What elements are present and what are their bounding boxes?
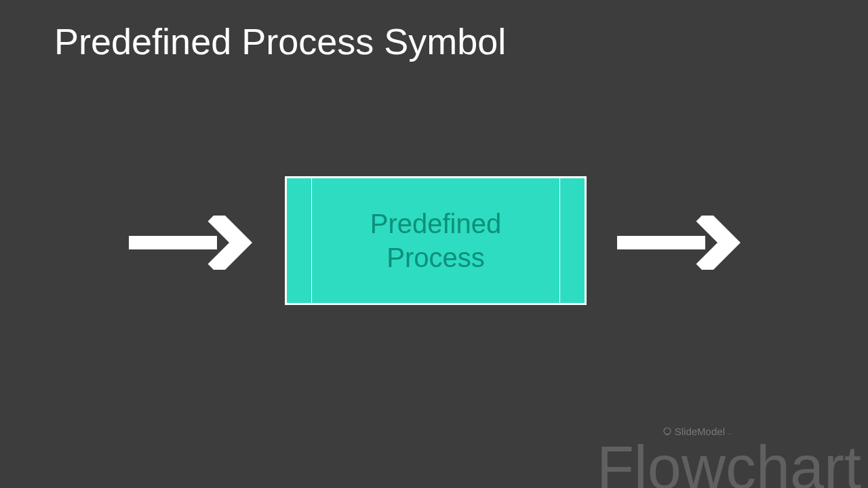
- predefined-process-symbol: Predefined Process: [285, 176, 587, 305]
- svg-rect-0: [129, 236, 217, 249]
- slide-title: Predefined Process Symbol: [54, 20, 506, 62]
- svg-rect-1: [617, 236, 705, 249]
- watermark-text: Flowchart: [597, 433, 861, 488]
- arrow-in-icon: [129, 216, 258, 270]
- diagram: Predefined Process: [0, 176, 868, 305]
- predefined-process-label: Predefined Process: [370, 207, 501, 274]
- arrow-out-icon: [617, 216, 746, 270]
